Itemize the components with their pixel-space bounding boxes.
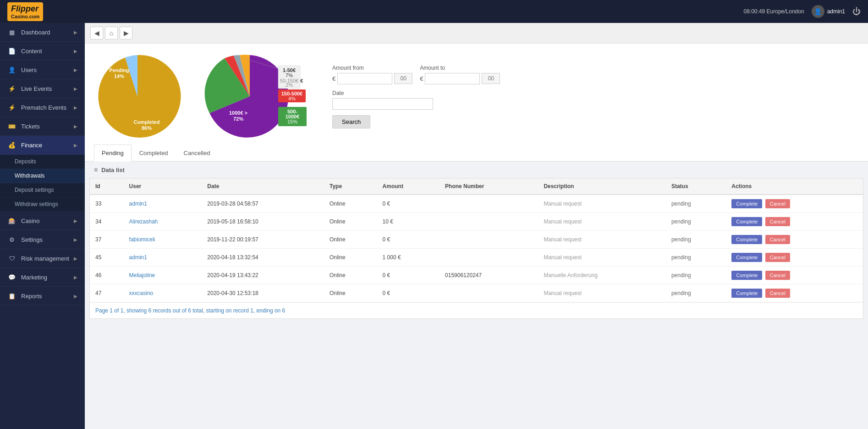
chevron-right-icon: ▶ [74, 49, 77, 54]
cell-actions: Complete Cancel [726, 195, 863, 213]
sidebar-label: Users [21, 67, 37, 73]
cell-date: 2019-05-18 16:58:10 [202, 213, 324, 231]
user-link[interactable]: xxxcasino [129, 290, 154, 296]
sidebar-item-deposits[interactable]: Deposits [0, 155, 85, 169]
svg-text:2%: 2% [286, 82, 293, 88]
amount-from-input[interactable] [337, 73, 392, 84]
cancel-button[interactable]: Cancel [765, 289, 790, 298]
table-row: 33 admin1 2019-03-28 04:58:57 Online 0 €… [90, 195, 863, 213]
sidebar-label: Finance [21, 142, 42, 149]
amount-from-decimal[interactable] [394, 73, 412, 84]
col-date: Date [202, 178, 324, 195]
cell-date: 2019-11-22 00:19:57 [202, 231, 324, 249]
cell-user: admin1 [124, 249, 202, 267]
user-link[interactable]: admin1 [129, 254, 147, 261]
chevron-right-icon: ▶ [74, 105, 77, 110]
forward-button[interactable]: ▶ [120, 27, 132, 39]
back-button[interactable]: ◀ [90, 27, 103, 39]
cell-phone [439, 284, 538, 302]
cell-description: Manual request [538, 213, 665, 231]
finance-submenu: Deposits Withdrawals Deposit settings Wi… [0, 155, 85, 212]
col-status: Status [666, 178, 726, 195]
sidebar-item-marketing[interactable]: 💬 Marketing ▶ [0, 268, 85, 287]
sidebar-item-live-events[interactable]: ⚡ Live Events ▶ [0, 79, 85, 98]
cell-amount: 0 € [377, 284, 440, 302]
svg-text:Completed: Completed [134, 119, 160, 125]
complete-button[interactable]: Complete [731, 199, 762, 208]
sidebar-item-content[interactable]: 📄 Content ▶ [0, 42, 85, 61]
cancel-button[interactable]: Cancel [765, 271, 790, 280]
cancel-button[interactable]: Cancel [765, 217, 790, 226]
sidebar-item-deposit-settings[interactable]: Deposit settings [0, 183, 85, 197]
username: admin1 [827, 8, 845, 15]
chevron-right-icon: ▶ [74, 275, 77, 280]
sidebar-item-withdrawals[interactable]: Withdrawals [0, 169, 85, 183]
cell-status: pending [666, 231, 726, 249]
sidebar-item-prematch[interactable]: ⚡ Prematch Events ▶ [0, 98, 85, 117]
topbar-right: 08:00:49 Europe/London 👤 admin1 ⏻ [744, 5, 861, 18]
complete-button[interactable]: Complete [731, 271, 762, 280]
chevron-right-icon: ▶ [74, 294, 77, 299]
cancel-button[interactable]: Cancel [765, 199, 790, 208]
amount-to-decimal[interactable] [482, 73, 500, 84]
cell-date: 2020-04-30 12:53:18 [202, 284, 324, 302]
user-link[interactable]: admin1 [129, 201, 147, 207]
user-link[interactable]: Alirezashah [129, 218, 158, 225]
table-row: 45 admin1 2020-04-18 13:32:54 Online 1 0… [90, 249, 863, 267]
cancel-button[interactable]: Cancel [765, 235, 790, 244]
user-link[interactable]: fabiomiceli [129, 236, 155, 243]
live-events-icon: ⚡ [7, 84, 16, 93]
home-button[interactable]: ⌂ [105, 27, 118, 39]
table-row: 37 fabiomiceli 2019-11-22 00:19:57 Onlin… [90, 231, 863, 249]
sidebar-item-tickets[interactable]: 🎫 Tickets ▶ [0, 117, 85, 136]
search-button[interactable]: Search [332, 115, 370, 128]
tab-cancelled[interactable]: Cancelled [176, 145, 218, 162]
sidebar-item-withdraw-settings[interactable]: Withdraw settings [0, 197, 85, 212]
sidebar-item-reports[interactable]: 📋 Reports ▶ [0, 287, 85, 306]
cell-description: Manual request [538, 231, 665, 249]
sidebar-item-dashboard[interactable]: ▦ Dashboard ▶ [0, 23, 85, 42]
complete-button[interactable]: Complete [731, 217, 762, 226]
complete-button[interactable]: Complete [731, 253, 762, 262]
settings-icon: ⚙ [7, 235, 16, 244]
table-row: 46 Meliajoline 2020-04-19 13:43:22 Onlin… [90, 267, 863, 284]
cancel-button[interactable]: Cancel [765, 253, 790, 262]
cell-amount: 0 € [377, 267, 440, 284]
prematch-icon: ⚡ [7, 103, 16, 112]
col-actions: Actions [726, 178, 863, 195]
sidebar-item-users[interactable]: 👤 Users ▶ [0, 61, 85, 79]
cell-type: Online [324, 267, 377, 284]
sidebar-label: Content [21, 48, 42, 55]
sidebar-label: Settings [21, 236, 43, 243]
sidebar-item-casino[interactable]: 🎰 Casino ▶ [0, 212, 85, 230]
cell-phone [439, 195, 538, 213]
chevron-right-icon: ▶ [74, 30, 77, 35]
marketing-icon: 💬 [7, 273, 16, 282]
logout-icon[interactable]: ⏻ [852, 7, 861, 17]
sidebar-item-finance[interactable]: 💰 Finance ▶ [0, 136, 85, 155]
sidebar-item-risk[interactable]: 🛡 Risk management ▶ [0, 249, 85, 268]
amount-to-input[interactable] [425, 73, 480, 84]
cell-type: Online [324, 195, 377, 213]
cell-status: pending [666, 195, 726, 213]
list-icon: ≡ [94, 166, 98, 173]
col-user: User [124, 178, 202, 195]
sidebar-item-settings[interactable]: ⚙ Settings ▶ [0, 230, 85, 249]
tickets-icon: 🎫 [7, 122, 16, 131]
date-input[interactable] [332, 98, 433, 110]
tab-completed[interactable]: Completed [132, 145, 176, 162]
user-link[interactable]: Meliajoline [129, 272, 155, 279]
cell-actions: Complete Cancel [726, 284, 863, 302]
pagination-text: Page 1 of 1, showing 6 records out of 6 … [90, 302, 863, 318]
amount-from-label: Amount from [332, 65, 412, 71]
svg-text:72%: 72% [233, 116, 243, 122]
user-info: 👤 admin1 [812, 5, 845, 18]
amount-pie-chart: 1-50€ 7% 50-150€ 150-500€ 4% 500- 1000€ … [199, 53, 305, 140]
chevron-right-icon: ▶ [74, 237, 77, 242]
tab-pending[interactable]: Pending [94, 145, 132, 162]
cell-amount: 0 € [377, 195, 440, 213]
table-row: 34 Alirezashah 2019-05-18 16:58:10 Onlin… [90, 213, 863, 231]
complete-button[interactable]: Complete [731, 235, 762, 244]
complete-button[interactable]: Complete [731, 289, 762, 298]
cell-description: Manual request [538, 284, 665, 302]
